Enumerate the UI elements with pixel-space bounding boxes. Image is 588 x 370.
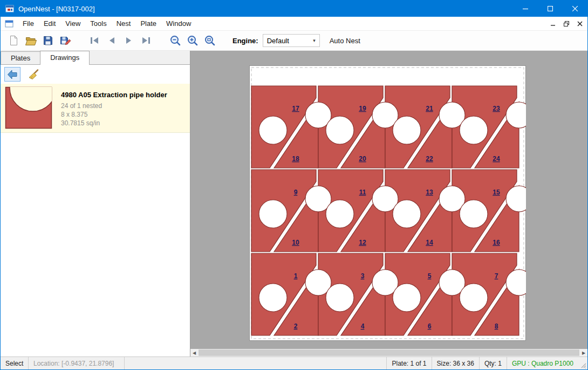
part-number: 7 [495, 272, 498, 280]
part-hole [326, 284, 354, 312]
menu-nest[interactable]: Nest [112, 17, 136, 30]
part-hole [259, 116, 287, 144]
app-window: OpenNest - [N0317-002] File Edit View To… [0, 0, 588, 370]
scrollbar-thumb[interactable] [199, 349, 579, 356]
resize-grip[interactable] [578, 357, 587, 369]
part-number: 8 [495, 322, 498, 330]
menu-tools[interactable]: Tools [85, 17, 111, 30]
part-hole [460, 116, 488, 144]
mdi-close-button[interactable] [574, 17, 586, 30]
menu-plate[interactable]: Plate [135, 17, 161, 30]
mdi-restore-button[interactable] [560, 17, 572, 30]
drawing-title: 4980 A05 Extraction pipe holder [61, 91, 167, 99]
close-button[interactable] [563, 1, 587, 17]
part-number: 10 [292, 239, 299, 246]
part-number: 19 [359, 105, 366, 112]
auto-nest-button[interactable]: Auto Nest [330, 37, 360, 45]
drawing-area: 30.7815 sq/in [61, 119, 167, 127]
part-hole [259, 200, 287, 228]
mdi-child-icon [5, 20, 13, 28]
chevron-down-icon: ▾ [313, 38, 316, 43]
save-edit-button[interactable] [57, 32, 74, 49]
nav-first-icon [88, 34, 101, 47]
part-number: 5 [428, 272, 432, 280]
part-hole [259, 284, 287, 312]
part-hole [393, 116, 421, 144]
nav-next-button[interactable] [120, 32, 138, 49]
maximize-icon [548, 6, 553, 11]
part-number: 1 [294, 272, 298, 280]
nav-prev-button[interactable] [103, 32, 120, 49]
zoom-in-icon [186, 34, 199, 47]
part-number: 15 [493, 189, 500, 196]
statusbar-size: Size: 36 x 36 [432, 357, 479, 369]
part-number: 9 [294, 189, 298, 196]
part-hole [326, 200, 354, 228]
title-bar: OpenNest - [N0317-002] [1, 1, 587, 17]
open-folder-icon [24, 34, 37, 47]
clear-icon [28, 69, 39, 80]
zoom-in-button[interactable] [184, 32, 201, 49]
part-hole [460, 284, 488, 312]
zoom-fit-icon [203, 34, 216, 47]
part-number: 18 [292, 155, 299, 163]
new-document-icon [7, 34, 20, 47]
minimize-icon [550, 21, 556, 27]
mdi-minimize-button[interactable] [547, 17, 559, 30]
menu-edit[interactable]: Edit [39, 17, 60, 30]
menu-file[interactable]: File [18, 17, 39, 30]
statusbar-location: Location: [-0.9437, 21.8796] [29, 357, 125, 369]
part-number: 16 [493, 239, 500, 246]
tab-drawings[interactable]: Drawings [40, 51, 90, 65]
minimize-button[interactable] [513, 1, 538, 17]
part-number: 13 [426, 189, 433, 196]
save-edit-icon [59, 34, 72, 47]
part-number: 22 [426, 155, 433, 163]
scroll-left-icon[interactable]: ◀ [190, 349, 198, 356]
save-icon [42, 34, 54, 47]
clear-button[interactable] [25, 67, 42, 82]
part-hole [326, 116, 354, 144]
replace-part-button[interactable] [4, 67, 20, 82]
drawing-size: 8 x 8.375 [61, 110, 167, 119]
menu-view[interactable]: View [60, 17, 85, 30]
sidebar-tabs: Plates Drawings [1, 51, 190, 65]
part-number: 11 [359, 189, 366, 196]
main-toolbar: Engine: Default ▾ Auto Nest [1, 31, 587, 51]
zoom-fit-button[interactable] [201, 32, 218, 49]
tab-plates[interactable]: Plates [1, 51, 40, 64]
window-title: OpenNest - [N0317-002] [18, 5, 95, 13]
close-icon [577, 21, 583, 27]
horizontal-scrollbar[interactable]: ◀ ▶ [190, 349, 587, 356]
engine-label: Engine: [233, 37, 258, 45]
maximize-button[interactable] [538, 1, 563, 17]
drawings-toolbar [1, 65, 190, 84]
new-button[interactable] [5, 32, 22, 49]
part-thumbnail [5, 86, 57, 130]
status-bar: Select Location: [-0.9437, 21.8796] Plat… [1, 356, 587, 369]
statusbar-gpu: GPU : Quadro P1000 [507, 357, 578, 369]
part-hole [393, 200, 421, 228]
drawing-list-item[interactable]: 4980 A05 Extraction pipe holder 24 of 1 … [1, 84, 190, 133]
nest-canvas[interactable]: 171819202122232491011121314151612345678 … [190, 51, 587, 356]
part-number: 20 [359, 155, 366, 163]
close-icon [572, 6, 578, 11]
part-number: 6 [428, 322, 432, 330]
sidebar: Plates Drawings [1, 51, 190, 356]
part-number: 4 [361, 322, 365, 330]
engine-select[interactable]: Default ▾ [263, 34, 320, 47]
save-button[interactable] [39, 32, 57, 49]
nav-first-button[interactable] [86, 32, 103, 49]
nav-next-icon [122, 34, 135, 47]
menu-bar: File Edit View Tools Nest Plate Window [1, 17, 587, 31]
menu-window[interactable]: Window [161, 17, 196, 30]
zoom-out-button[interactable] [167, 32, 184, 49]
open-button[interactable] [22, 32, 39, 49]
drawing-nested-count: 24 of 1 nested [61, 102, 167, 110]
minimize-icon [523, 6, 528, 11]
part-hole [460, 200, 488, 228]
part-number: 3 [361, 272, 365, 280]
scroll-right-icon[interactable]: ▶ [580, 349, 587, 356]
resize-grip-icon [579, 361, 586, 368]
nav-last-button[interactable] [138, 32, 155, 49]
